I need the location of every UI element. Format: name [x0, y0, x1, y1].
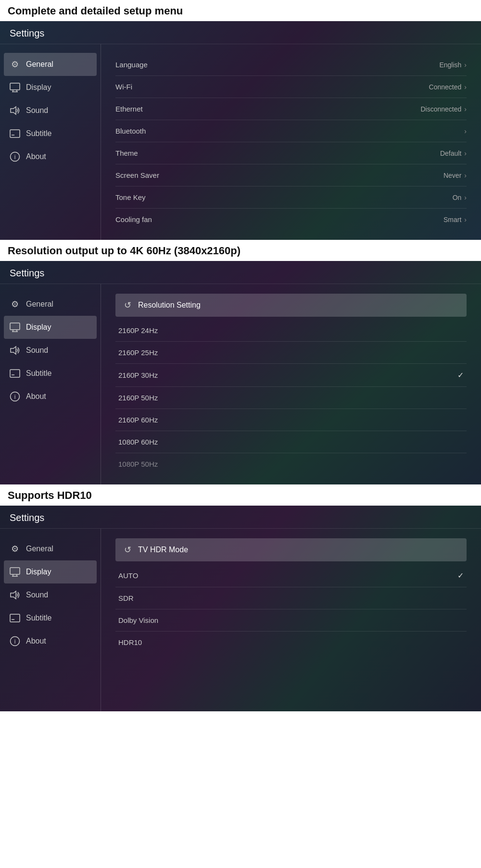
sidebar-item-about-1[interactable]: i About: [0, 145, 101, 168]
chevron-icon: ›: [464, 216, 467, 223]
sidebar-label-subtitle-2: Subtitle: [26, 369, 51, 378]
menu-item-bluetooth-value: ›: [461, 127, 467, 135]
menu-item-wifi-value: Connected ›: [429, 83, 467, 91]
chevron-icon: ›: [464, 61, 467, 69]
menu-item-screensaver-label: Screen Saver: [115, 171, 159, 179]
sidebar-1: ⚙ General Display: [0, 44, 101, 240]
section-3: Supports HDR10 Settings ⚙ General: [0, 484, 481, 711]
sidebar-item-display-1[interactable]: Display: [0, 76, 101, 99]
sidebar-label-about-3: About: [26, 637, 46, 645]
menu-item-ethernet[interactable]: Ethernet Disconnected ›: [115, 98, 467, 120]
sidebar-item-subtitle-3[interactable]: Subtitle: [0, 607, 101, 630]
menu-item-language-label: Language: [115, 61, 148, 69]
subtitle-icon-3: [10, 613, 20, 623]
settings-body-3: ⚙ General Display: [0, 529, 481, 711]
display-icon-3: [10, 567, 20, 577]
resolution-item-6[interactable]: 1080P 50Hz: [115, 453, 467, 475]
sidebar-label-general-2: General: [26, 300, 53, 309]
settings-body-2: ⚙ General Display: [0, 284, 481, 484]
hdr-label-dolby: Dolby Vision: [118, 616, 158, 624]
svg-text:i: i: [14, 154, 16, 161]
content-area-2: ↺ Resolution Setting 2160P 24Hz 2160P 25…: [101, 284, 481, 484]
menu-item-coolingfan-value: Smart ›: [443, 216, 467, 223]
chevron-icon: ›: [464, 149, 467, 157]
chevron-icon: ›: [464, 83, 467, 91]
sidebar-item-sound-2[interactable]: Sound: [0, 339, 101, 362]
sidebar-label-sound-3: Sound: [26, 591, 48, 599]
sidebar-label-display-2: Display: [26, 323, 51, 332]
sidebar-label-about-2: About: [26, 392, 46, 401]
sidebar-item-subtitle-1[interactable]: Subtitle: [0, 122, 101, 145]
section-title-2: Resolution output up to 4K 60Hz (3840x21…: [0, 240, 481, 261]
settings-header-2: Settings: [0, 261, 481, 284]
section-title-3: Supports HDR10: [0, 484, 481, 506]
sidebar-item-display-3[interactable]: Display: [4, 560, 97, 583]
menu-item-wifi[interactable]: Wi-Fi Connected ›: [115, 76, 467, 98]
sidebar-item-sound-3[interactable]: Sound: [0, 583, 101, 607]
sidebar-item-about-2[interactable]: i About: [0, 385, 101, 408]
display-icon-2: [10, 322, 20, 333]
svg-rect-0: [10, 83, 20, 90]
hdr-item-auto[interactable]: AUTO ✓: [115, 564, 467, 587]
menu-item-language[interactable]: Language English ›: [115, 54, 467, 76]
resolution-label-0: 2160P 24Hz: [118, 326, 158, 335]
sidebar-item-sound-1[interactable]: Sound: [0, 99, 101, 122]
sidebar-item-general-3[interactable]: ⚙ General: [0, 537, 101, 560]
hdr-item-dolby[interactable]: Dolby Vision: [115, 609, 467, 632]
menu-item-tonekey[interactable]: Tone Key On ›: [115, 186, 467, 209]
chevron-icon: ›: [464, 127, 467, 135]
resolution-item-2[interactable]: 2160P 30Hz ✓: [115, 364, 467, 387]
settings-panel-3: Settings ⚙ General: [0, 506, 481, 711]
resolution-label-2: 2160P 30Hz: [118, 371, 158, 379]
menu-item-wifi-label: Wi-Fi: [115, 83, 132, 91]
chevron-icon: ›: [464, 172, 467, 179]
hdr-label-hdr10: HDR10: [118, 638, 142, 646]
menu-item-coolingfan-label: Cooling fan: [115, 215, 152, 223]
menu-item-theme-value: Default ›: [440, 149, 467, 157]
resolution-item-0[interactable]: 2160P 24Hz: [115, 320, 467, 342]
svg-rect-5: [10, 130, 20, 137]
section-2: Resolution output up to 4K 60Hz (3840x21…: [0, 240, 481, 484]
svg-rect-23: [10, 614, 20, 622]
chevron-icon: ›: [464, 194, 467, 201]
display-icon-1: [10, 82, 20, 93]
hdr-item-hdr10[interactable]: HDR10: [115, 632, 467, 653]
menu-item-bluetooth[interactable]: Bluetooth ›: [115, 120, 467, 142]
gear-icon-3: ⚙: [10, 544, 20, 554]
resolution-item-4[interactable]: 2160P 60Hz: [115, 409, 467, 431]
menu-item-coolingfan[interactable]: Cooling fan Smart ›: [115, 209, 467, 230]
section-title-1: Complete and detailed setup menu: [0, 0, 481, 21]
resolution-item-1[interactable]: 2160P 25Hz: [115, 342, 467, 364]
menu-item-theme[interactable]: Theme Default ›: [115, 142, 467, 164]
resolution-list-2: 2160P 24Hz 2160P 25Hz 2160P 30Hz ✓ 2160P…: [115, 320, 467, 475]
menu-item-theme-label: Theme: [115, 149, 138, 157]
hdr-item-sdr[interactable]: SDR: [115, 587, 467, 609]
svg-text:i: i: [14, 394, 16, 400]
sidebar-label-display-1: Display: [26, 83, 51, 92]
content-area-3: ↺ TV HDR Mode AUTO ✓ SDR Dolby Vision: [101, 529, 481, 711]
hdr-check-auto: ✓: [457, 571, 464, 580]
settings-panel-2: Settings ⚙ General: [0, 261, 481, 484]
resolution-item-3[interactable]: 2160P 50Hz: [115, 387, 467, 409]
panel-header-label-3: TV HDR Mode: [138, 546, 188, 554]
sidebar-item-subtitle-2[interactable]: Subtitle: [0, 362, 101, 385]
section-1: Complete and detailed setup menu Setting…: [0, 0, 481, 240]
sidebar-item-about-3[interactable]: i About: [0, 630, 101, 653]
sidebar-item-display-2[interactable]: Display: [4, 316, 97, 339]
sound-icon-1: [10, 105, 20, 116]
sound-icon-2: [10, 345, 20, 356]
panel-header-label-2: Resolution Setting: [138, 301, 201, 310]
sidebar-3: ⚙ General Display: [0, 529, 101, 711]
svg-marker-22: [11, 591, 16, 599]
sidebar-item-general-2[interactable]: ⚙ General: [0, 293, 101, 316]
sidebar-label-sound-1: Sound: [26, 106, 48, 115]
menu-item-screensaver[interactable]: Screen Saver Never ›: [115, 164, 467, 186]
resolution-label-5: 1080P 60Hz: [118, 438, 158, 446]
resolution-item-5[interactable]: 1080P 60Hz: [115, 431, 467, 453]
svg-rect-9: [10, 323, 20, 330]
panel-header-3[interactable]: ↺ TV HDR Mode: [115, 538, 467, 561]
menu-item-tonekey-label: Tone Key: [115, 193, 146, 201]
sidebar-item-general-1[interactable]: ⚙ General: [4, 53, 97, 76]
panel-header-2[interactable]: ↺ Resolution Setting: [115, 294, 467, 317]
resolution-label-4: 2160P 60Hz: [118, 416, 158, 424]
